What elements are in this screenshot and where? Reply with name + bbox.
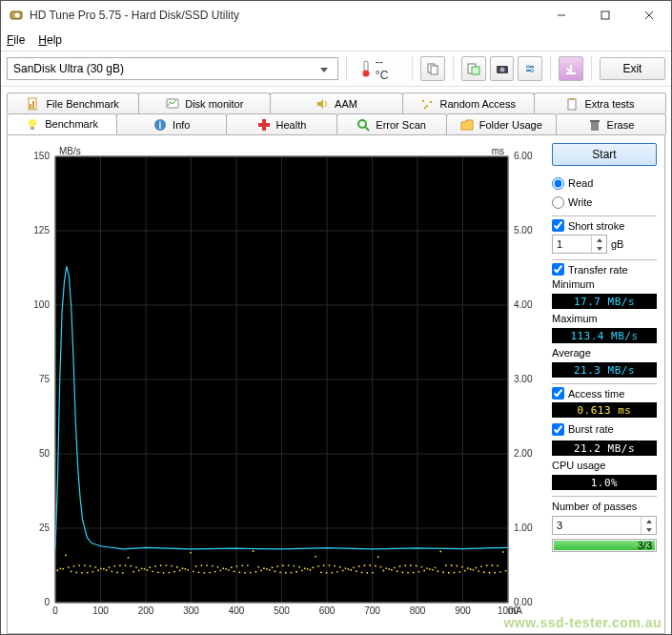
svg-point-120 <box>149 566 151 568</box>
maximum-label: Maximum <box>552 313 657 324</box>
exit-button[interactable]: Exit <box>600 57 665 80</box>
svg-point-179 <box>310 569 312 571</box>
svg-point-105 <box>109 566 111 568</box>
svg-point-206 <box>382 570 384 572</box>
svg-point-115 <box>135 566 137 568</box>
svg-point-227 <box>439 551 441 553</box>
device-select[interactable]: SanDisk Ultra (30 gB) <box>7 57 338 80</box>
trash-icon <box>588 118 601 132</box>
svg-point-187 <box>331 572 333 574</box>
tab-health[interactable]: Health <box>226 113 336 134</box>
read-radio[interactable]: Read <box>552 175 657 191</box>
write-radio[interactable]: Write <box>552 195 657 210</box>
access-time-input[interactable] <box>552 387 564 399</box>
svg-point-186 <box>328 564 330 566</box>
svg-point-107 <box>113 565 115 567</box>
svg-rect-27 <box>568 99 576 110</box>
svg-point-216 <box>410 564 412 566</box>
menu-help[interactable]: Help <box>38 33 62 47</box>
svg-text:100: 100 <box>92 605 109 616</box>
spin-up-icon[interactable] <box>641 517 656 525</box>
svg-point-123 <box>157 571 159 573</box>
tab-random-access[interactable]: Random Access <box>402 92 535 113</box>
svg-point-86 <box>56 569 58 571</box>
svg-point-205 <box>380 566 382 568</box>
burst-rate-check[interactable]: Burst rate <box>552 421 657 437</box>
svg-point-116 <box>138 569 140 571</box>
svg-point-217 <box>413 572 415 574</box>
spin-down-icon[interactable] <box>641 525 656 534</box>
svg-point-143 <box>212 565 214 567</box>
save-button[interactable] <box>559 56 583 81</box>
svg-point-129 <box>173 571 175 573</box>
svg-point-196 <box>356 570 357 572</box>
transfer-rate-check[interactable]: Transfer rate <box>552 259 657 275</box>
tab-disk-monitor[interactable]: Disk monitor <box>138 92 271 113</box>
maximum-value: 113.4 MB/s <box>552 328 657 343</box>
spin-up-icon[interactable] <box>592 236 606 244</box>
tab-row-top: File Benchmark Disk monitor AAM Random A… <box>7 92 665 113</box>
write-label: Write <box>568 196 592 208</box>
start-button[interactable]: Start <box>552 143 657 166</box>
svg-point-153 <box>238 571 240 573</box>
tab-folder-usage[interactable]: Folder Usage <box>446 113 557 134</box>
svg-point-97 <box>87 572 89 574</box>
svg-point-16 <box>527 66 530 69</box>
tab-file-benchmark[interactable]: File Benchmark <box>7 92 139 113</box>
svg-point-241 <box>478 570 479 572</box>
svg-text:2.00: 2.00 <box>514 448 533 459</box>
tab-error-scan[interactable]: Error Scan <box>336 113 447 134</box>
options-button[interactable] <box>518 56 542 81</box>
svg-point-126 <box>165 564 167 566</box>
access-time-check[interactable]: Access time <box>552 383 657 399</box>
svg-point-103 <box>103 568 105 570</box>
read-radio-input[interactable] <box>552 177 564 190</box>
svg-point-222 <box>426 567 428 569</box>
svg-text:600: 600 <box>319 605 336 616</box>
minimize-button[interactable] <box>540 1 583 30</box>
tab-aam[interactable]: AAM <box>270 92 402 113</box>
menu-file[interactable]: File <box>7 33 25 47</box>
copy-info-button[interactable] <box>420 56 445 81</box>
close-button[interactable] <box>627 1 671 30</box>
svg-point-160 <box>257 566 259 568</box>
minimum-label: Minimum <box>552 278 657 290</box>
short-stroke-row: 1 gB <box>552 235 657 254</box>
svg-rect-11 <box>472 67 479 74</box>
transfer-rate-input[interactable] <box>552 263 564 276</box>
short-stroke-input[interactable] <box>552 219 564 232</box>
spin-down-icon[interactable] <box>592 244 606 253</box>
svg-point-249 <box>499 571 501 573</box>
maximize-button[interactable] <box>583 1 627 30</box>
svg-text:5.00: 5.00 <box>514 225 533 236</box>
svg-text:50: 50 <box>39 448 51 459</box>
tab-benchmark[interactable]: Benchmark <box>7 113 117 134</box>
svg-point-147 <box>222 567 224 569</box>
svg-point-87 <box>59 567 61 569</box>
svg-point-142 <box>209 572 211 574</box>
short-stroke-value: 1 <box>557 238 562 250</box>
burst-rate-input[interactable] <box>552 423 564 436</box>
svg-point-91 <box>71 570 72 572</box>
svg-rect-28 <box>570 98 574 100</box>
svg-point-165 <box>272 566 274 568</box>
svg-point-117 <box>141 567 143 569</box>
svg-point-131 <box>179 569 181 571</box>
svg-point-243 <box>483 571 485 573</box>
copy-screenshot-button[interactable] <box>461 56 486 81</box>
tab-info[interactable]: iInfo <box>116 113 227 134</box>
tab-erase[interactable]: Erase <box>556 113 666 134</box>
write-radio-input[interactable] <box>552 196 564 209</box>
svg-point-200 <box>366 572 368 574</box>
svg-point-112 <box>128 557 130 559</box>
screenshot-button[interactable] <box>490 56 515 81</box>
tab-extra-tests[interactable]: Extra tests <box>534 92 666 113</box>
tab-label: Benchmark <box>45 118 98 130</box>
short-stroke-check[interactable]: Short stroke <box>552 215 657 231</box>
transfer-rate-label: Transfer rate <box>568 264 628 276</box>
svg-text:125: 125 <box>33 225 50 236</box>
svg-text:i: i <box>159 120 162 131</box>
short-stroke-spinner[interactable]: 1 <box>552 235 607 254</box>
svg-text:4.00: 4.00 <box>514 299 533 310</box>
passes-spinner[interactable]: 3 <box>552 516 657 535</box>
